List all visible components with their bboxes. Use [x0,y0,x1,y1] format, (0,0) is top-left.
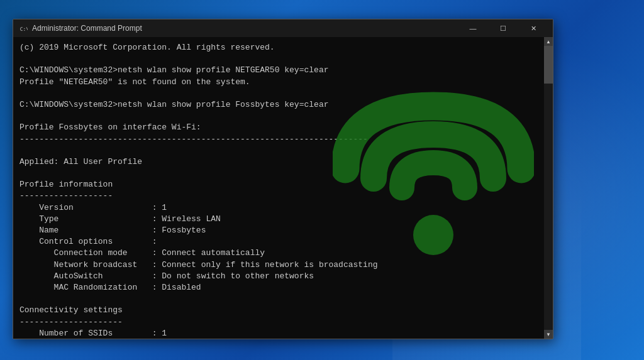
maximize-button[interactable]: ☐ [489,19,518,37]
desktop: C:\ Administrator: Command Prompt — ☐ ✕ … [0,0,644,360]
window-controls: — ☐ ✕ [458,19,548,37]
scroll-thumb[interactable] [544,46,553,84]
cmd-icon: C:\ [18,23,28,33]
title-bar: C:\ Administrator: Command Prompt — ☐ ✕ [13,19,553,37]
scroll-up-button[interactable]: ▲ [544,37,553,46]
scroll-track[interactable] [544,46,553,330]
close-button[interactable]: ✕ [519,19,548,37]
window-title: Administrator: Command Prompt [32,24,458,33]
scroll-down-button[interactable]: ▼ [544,330,553,339]
svg-text:C:\: C:\ [20,26,28,32]
minimize-button[interactable]: — [458,19,487,37]
cmd-content[interactable]: (c) 2019 Microsoft Corporation. All righ… [13,37,553,339]
cmd-output: (c) 2019 Microsoft Corporation. All righ… [13,37,553,339]
scrollbar[interactable]: ▲ ▼ [544,37,553,339]
cmd-window: C:\ Administrator: Command Prompt — ☐ ✕ … [13,19,553,339]
